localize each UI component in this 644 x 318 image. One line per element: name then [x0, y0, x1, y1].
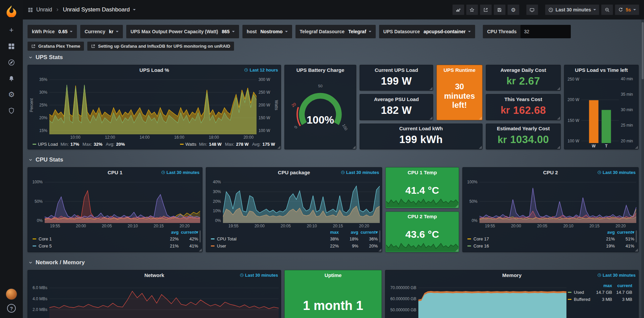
clock-icon	[548, 7, 553, 12]
section-ups-stats[interactable]: UPS Stats	[28, 51, 639, 65]
panel-header[interactable]: UPS Battery Charge	[285, 65, 356, 75]
alerting-bell-icon[interactable]	[0, 71, 23, 87]
panel-ups-runtime: UPS Runtime 30 minutes left!	[436, 65, 482, 120]
variable-currency[interactable]: Currency kr	[80, 25, 123, 38]
variable-kwh-price[interactable]: kWh Price 0.65	[28, 25, 77, 38]
x-axis: 10:0012:0014:0016:0018:0020:00	[49, 134, 257, 140]
breadcrumb[interactable]: Unraid Unraid System Dashboard	[28, 6, 449, 13]
battery-gauge[interactable]: 02050100100%	[285, 75, 356, 149]
network-plot[interactable]	[49, 281, 279, 318]
panel-header[interactable]: Average PSU Load	[360, 94, 433, 104]
chevron-down-icon	[28, 157, 33, 162]
save-button[interactable]	[494, 4, 506, 15]
link-grafana-plex-theme[interactable]: Grafana Plex Theme	[28, 42, 84, 51]
svg-text:0: 0	[293, 125, 298, 129]
user-avatar[interactable]	[6, 288, 17, 300]
caret-down-icon	[633, 9, 636, 10]
panel-ups-battery-charge: UPS Battery Charge 02050100100%	[284, 65, 356, 149]
panel-header[interactable]: Estimated Yearly Cost	[486, 124, 560, 133]
clock-icon	[597, 273, 601, 277]
legend-row: Used 14.7 GB 14.7 GB	[568, 289, 632, 296]
series-swatch	[211, 245, 215, 246]
panel-header[interactable]: This Years Cost	[486, 94, 560, 104]
legend-series[interactable]: Watts Min: 148 W Max: 278 W Avg: 175 W	[180, 142, 277, 147]
panel-cpu-2-temp: CPU 2 Temp 43.6 °C	[385, 212, 459, 253]
server-admin-shield-icon[interactable]	[0, 103, 23, 119]
cpu2-plot[interactable]	[479, 178, 636, 223]
section-network-memory[interactable]: Network / Memory	[28, 252, 639, 270]
stat-value: 182 W	[381, 104, 412, 117]
clock-icon	[341, 170, 345, 174]
panel-header[interactable]: CPU package Last 30 minutes	[206, 168, 382, 177]
y-axis-left: 250 W200 W150 W100 W	[566, 76, 581, 143]
variable-telegraf-datasource[interactable]: Telegraf Datasource Telegraf	[295, 25, 376, 38]
panel-header[interactable]: CPU 1 Temp	[386, 168, 459, 177]
panel-header[interactable]: CPU 2 Temp	[386, 212, 459, 221]
cpu-threads-input[interactable]: 32	[520, 25, 571, 38]
series-swatch	[33, 238, 36, 239]
refresh-button[interactable]: 5s	[615, 4, 639, 15]
breadcrumb-app[interactable]: Unraid	[36, 7, 52, 13]
configuration-gear-icon[interactable]: ⚙	[0, 87, 23, 103]
series-swatch	[33, 144, 36, 145]
variable-ups-datasource[interactable]: UPS Datasource apcupsd-container	[379, 25, 475, 38]
dashboard-settings-button[interactable]: ⚙	[507, 4, 519, 15]
panel-header[interactable]: Memory Last 30 minutes	[385, 270, 638, 280]
panel-header[interactable]: CPU 1 Last 30 minutes	[28, 168, 202, 177]
dashboard-title[interactable]: Unraid System Dashboard	[63, 6, 130, 13]
dashboards-icon[interactable]	[0, 38, 23, 54]
time-picker-button[interactable]: Last 30 minutes	[545, 4, 600, 15]
legend-row: CPU Total 38% 18% 36%	[211, 235, 378, 242]
scrollbar-thumb[interactable]	[642, 22, 644, 79]
help-icon[interactable]: ?	[7, 304, 16, 313]
zoom-out-button[interactable]	[601, 4, 613, 15]
legend-series[interactable]: UPS Load Min: 17% Max: 32% Avg: 20%	[33, 142, 127, 147]
panel-current-load-kwh: Current Load kWh 199 kWh	[360, 124, 482, 149]
grafana-logo-icon[interactable]	[0, 0, 23, 22]
series-swatch	[568, 292, 571, 293]
variable-ups-max-output[interactable]: UPS Max Output Power Capacity (Watt) 865	[126, 25, 239, 38]
variable-host[interactable]: host Nostromo	[242, 25, 292, 38]
share-button[interactable]	[480, 4, 492, 15]
explore-compass-icon[interactable]	[0, 54, 23, 71]
cpu-package-plot[interactable]	[223, 178, 380, 223]
y-axis-left: 100%50%0%	[464, 178, 479, 223]
x-axis: 19:5520:0020:0520:1020:1520:20	[479, 223, 636, 229]
dashboard-links-row: Grafana Plex Theme Setting up Grafana an…	[28, 42, 639, 51]
panel-memory: Memory Last 30 minutes 70.000000 GB60.00…	[385, 270, 639, 318]
panel-uptime: Uptime 1 month 1	[284, 270, 382, 318]
ups-bar-plot[interactable]	[581, 76, 619, 143]
section-cpu-stats[interactable]: CPU Stats	[28, 149, 639, 167]
panel-header[interactable]: Current UPS Load	[360, 65, 433, 75]
star-button[interactable]	[466, 4, 478, 15]
stat-value: 162.68	[513, 104, 546, 117]
cycle-view-button[interactable]	[526, 4, 538, 15]
panel-header[interactable]: Uptime	[285, 270, 381, 280]
memory-plot[interactable]	[418, 281, 566, 318]
panel-header[interactable]: UPS Runtime	[437, 65, 482, 75]
panel-cpu-1: CPU 1 Last 30 minutes 100%50%0% 19:5520:…	[28, 167, 202, 252]
y-axis-left: 70.000000 GB60.000000 GB50.000000 GB	[387, 281, 418, 318]
panel-header[interactable]: CPU 2 Last 30 minutes	[463, 168, 638, 177]
stat-unit-prefix: kr	[498, 134, 507, 145]
ups-load-plot[interactable]	[49, 76, 257, 134]
panel-header[interactable]: Current Load kWh	[360, 124, 482, 133]
panel-header[interactable]: UPS Load % Last 12 hours	[28, 65, 281, 75]
ups-stats-row: UPS Load % Last 12 hours Percent 35%30%2…	[28, 65, 639, 149]
panel-header[interactable]: Average Daily Cost	[486, 65, 560, 75]
caret-down-icon	[369, 31, 371, 32]
link-ups-monitoring-guide[interactable]: Setting up Grafana and InfluxDB for UPS …	[87, 42, 234, 51]
legend-row: User 22% 9% 20%	[211, 242, 378, 249]
legend-row: Buffered 3 MB 3 MB	[568, 296, 632, 303]
panel-header[interactable]: UPS Load vs Time left	[564, 65, 638, 75]
refresh-interval-label: 5s	[626, 7, 631, 12]
panel-header[interactable]: Network Last 30 minutes	[28, 270, 281, 280]
y-axis-left: 40%30%20%10%0%	[208, 178, 223, 223]
add-panel-button[interactable]	[452, 4, 464, 15]
y-axis-left: 100%50%0%	[29, 178, 45, 223]
x-axis: WT	[581, 143, 619, 149]
caret-down-icon	[285, 31, 288, 32]
cpu1-plot[interactable]	[45, 178, 200, 223]
add-icon[interactable]: +	[0, 22, 23, 38]
clock-icon	[597, 170, 601, 174]
